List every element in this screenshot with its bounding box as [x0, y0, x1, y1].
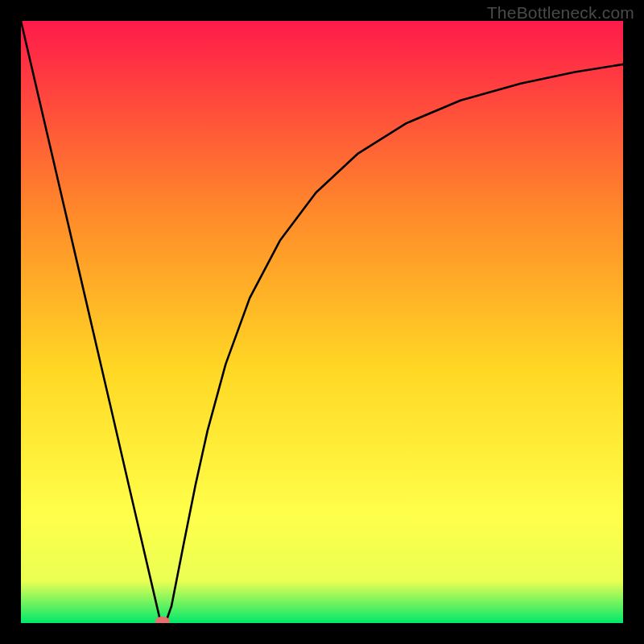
chart-frame — [21, 21, 623, 623]
bottleneck-chart — [21, 21, 623, 623]
watermark-text: TheBottleneck.com — [487, 3, 634, 23]
gradient-background — [21, 21, 623, 623]
